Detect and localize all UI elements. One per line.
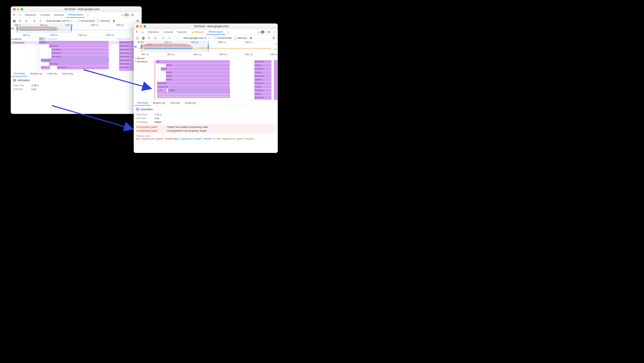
flame-entry[interactable]: height [166,71,230,74]
issues-warn-badge[interactable]: ▲2 [121,14,125,16]
inspect-icon[interactable]: ⇱ [12,13,17,17]
memory-checkbox[interactable]: Memory [234,37,247,40]
network-track-label[interactable]: ▶Network [11,37,29,41]
device-toolbar-icon[interactable]: ▭ [140,31,145,34]
download-icon[interactable]: ↧ [38,19,42,23]
kebab-icon[interactable]: ⋮ [272,30,277,34]
detail-tab-bottomup[interactable]: Bottom-up [28,71,44,77]
flame-entry[interactable]: imation [39,41,109,44]
upload-icon[interactable]: ↥ [161,37,165,40]
flame-entry[interactable]: transform [254,82,272,85]
memory-checkbox[interactable]: Memory [97,19,110,22]
overview-viewport[interactable] [141,41,208,52]
reload-record-button[interactable]: ↻ [18,19,22,23]
flame-entry[interactable]: transform [254,96,272,99]
flame-entry[interactable]: height [161,67,230,71]
close-icon[interactable] [136,25,138,28]
device-toolbar-icon[interactable]: ▭ [17,13,22,17]
upload-icon[interactable]: ↥ [32,19,36,23]
flame-entry[interactable]: Animation [49,62,109,66]
detail-tab-summary[interactable]: Summary [134,100,150,106]
flame-entry[interactable]: transform [254,60,272,64]
flame-entry[interactable]: height [166,75,230,78]
kebab-icon[interactable]: ⋮ [136,13,141,17]
flame-entry[interactable]: opacity [254,92,272,96]
session-select[interactable]: fonts.google.com #1▼ [184,37,210,40]
tab-elements[interactable]: Elements [23,12,38,18]
session-select[interactable]: fonts.google.com #1▼ [46,19,73,22]
flame-entry[interactable]: Animation [51,52,109,55]
animations-track-label[interactable]: ▼Animations [11,41,29,44]
maximize-icon[interactable] [144,25,146,28]
minimize-icon[interactable] [140,25,142,28]
viewport-handle-right[interactable] [208,45,209,49]
tab-performance[interactable]: Performance [206,29,225,35]
message-badge[interactable]: ■1 [125,14,130,16]
flame-entry[interactable]: Animation [51,55,109,59]
flame-chart[interactable]: ▶Network tSe… ▼Animations imation Animat… [11,37,142,71]
issues-warn-badge[interactable]: ▲1 [257,31,261,34]
tab-elements[interactable]: Elements [146,29,161,35]
pause-icon[interactable]: ▮▮ [134,41,137,52]
screenshots-checkbox[interactable]: Screenshots [77,19,95,22]
gc-icon[interactable]: 🗑 [112,19,116,23]
flame-entry[interactable]: opacity [254,71,272,74]
settings-icon[interactable]: ⚙ [266,30,271,34]
minimize-icon[interactable] [17,8,19,10]
network-track-label[interactable]: ▼Network [134,57,154,60]
time-ruler[interactable]: 496 ms 996 ms 1496 ms 1996 ms 2496 [11,33,142,37]
maximize-icon[interactable] [21,8,23,10]
flame-entry[interactable]: transform [254,75,272,78]
flame-entry[interactable]: opacity [254,100,272,100]
flame-entry[interactable]: transform [254,89,272,92]
pause-icon[interactable]: ▮▮ [11,24,14,33]
message-badge[interactable]: ■1 [261,31,266,34]
overview-strip[interactable]: ▮▮ 982 ms 1982 ms 2982 ms 3982 ms 4982 m… [134,41,278,52]
viewport-handle-left[interactable] [16,26,18,30]
screenshots-checkbox[interactable]: Screenshots [214,37,232,40]
tab-sources[interactable]: Sources [175,29,189,35]
reload-record-button[interactable]: ↻ [147,37,151,40]
flame-entry[interactable]: Animation [57,66,109,69]
flame-entry-selected[interactable]: height [168,89,230,92]
detail-tab-calltree[interactable]: Call tree [168,100,182,106]
flame-entry[interactable]: opacity [254,78,272,82]
detail-tab-eventlog[interactable]: Event log [60,71,75,77]
settings-icon[interactable]: ⚙ [130,13,135,17]
related-node-path[interactable]: mat-expansion-panel-header#mat-expansion… [136,137,275,140]
tab-console[interactable]: Console [38,12,52,18]
flame-entry[interactable]: opacity [254,85,272,89]
flame-entry[interactable]: left [156,60,230,64]
animations-track-label[interactable]: ▼Animations [134,60,154,100]
viewport-handle-right[interactable] [71,26,72,30]
flame-entry[interactable] [157,92,230,94]
tab-console[interactable]: Console [161,29,175,35]
flame-entry[interactable]: opacity [254,64,272,67]
tab-performance[interactable]: Performance [66,12,85,18]
flame-entry[interactable]: t…m [157,89,167,92]
flame-entry[interactable]: Animation [49,44,109,48]
flame-entry[interactable] [274,60,278,100]
detail-tab-eventlog[interactable]: Event log [183,100,198,106]
home-icon[interactable]: ⌂ [176,37,180,40]
detail-tab-summary[interactable]: Summary [12,71,28,77]
record-button[interactable] [141,36,145,40]
flame-entry[interactable]: A…n [41,66,50,69]
overview-viewport[interactable] [17,24,72,33]
network-entry[interactable]: tSe… [39,37,46,41]
inspect-icon[interactable]: ⇱ [134,31,140,34]
clear-button[interactable]: ⊘ [153,37,157,40]
detail-tab-calltree[interactable]: Call tree [45,71,59,77]
time-ruler[interactable]: 482 ms 982 ms 1482 ms 1982 ms 2482 ms 29… [134,52,278,57]
perf-settings-icon[interactable]: ⚙ [135,19,140,23]
overview-strip[interactable]: ▮▮ 996 ms 1996 ms 2996 ms 3996 ms 4996 m… [11,24,142,33]
flame-entry[interactable]: Animation [157,82,230,85]
download-icon[interactable]: ↧ [167,37,171,40]
tabs-overflow[interactable]: » [226,29,231,35]
flame-entry-selected[interactable]: Animation [41,59,109,62]
record-button[interactable] [12,19,16,23]
tab-sources[interactable]: Sources [52,12,66,18]
close-icon[interactable] [13,8,16,10]
perf-settings-icon[interactable]: ⚙ [271,36,276,40]
detail-tab-bottomup[interactable]: Bottom-up [151,100,168,106]
